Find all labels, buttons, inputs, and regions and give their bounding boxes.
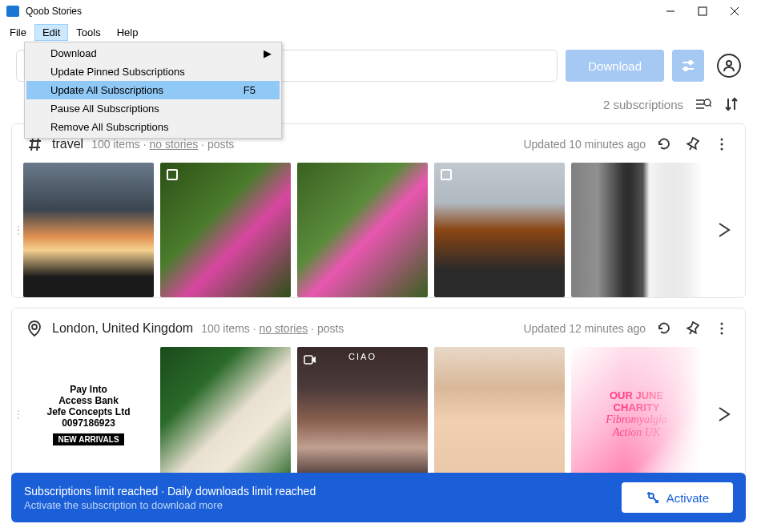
menu-remove-all-label: Remove All Subscriptions bbox=[50, 121, 168, 133]
sort-button[interactable] bbox=[722, 95, 741, 114]
thumbnail[interactable] bbox=[434, 163, 565, 297]
next-arrow-button[interactable] bbox=[708, 405, 740, 424]
content-area: travel 100 items · no stories · posts Up… bbox=[0, 123, 757, 482]
title-bar: Qoob Stories bbox=[0, 0, 757, 22]
subscription-card-london: London, United Kingdom 100 items · no st… bbox=[11, 308, 746, 482]
svg-point-26 bbox=[721, 332, 723, 335]
more-button[interactable] bbox=[711, 134, 732, 155]
card-updated: Updated 10 minutes ago bbox=[523, 138, 646, 151]
menu-update-all[interactable]: Update All Subscriptions F5 bbox=[26, 81, 280, 99]
limit-banner: Subscriptions limit reached · Daily down… bbox=[11, 473, 746, 522]
card-meta: 100 items · no stories · posts bbox=[91, 138, 234, 151]
video-icon bbox=[304, 353, 316, 366]
next-arrow-button[interactable] bbox=[708, 220, 740, 240]
filter-button[interactable] bbox=[693, 95, 712, 114]
menu-update-all-shortcut: F5 bbox=[244, 84, 256, 96]
minimize-button[interactable] bbox=[662, 3, 678, 19]
menu-download[interactable]: Download ▶ bbox=[26, 44, 280, 62]
svg-point-21 bbox=[721, 143, 723, 146]
activate-button[interactable]: Activate bbox=[622, 482, 733, 513]
thumbnails-row: ⋮⋮ bbox=[12, 163, 745, 297]
thumbnail[interactable] bbox=[160, 163, 291, 297]
activate-label: Activate bbox=[666, 491, 709, 505]
svg-point-14 bbox=[704, 99, 711, 106]
menu-download-label: Download bbox=[50, 47, 97, 59]
menu-bar: File Edit Tools Help bbox=[0, 22, 757, 42]
menu-help[interactable]: Help bbox=[109, 24, 147, 41]
activate-icon bbox=[646, 490, 660, 505]
card-meta: 100 items · no stories · posts bbox=[201, 322, 344, 335]
banner-subtitle: Activate the subscription to download mo… bbox=[24, 499, 316, 511]
svg-point-10 bbox=[727, 61, 731, 66]
svg-point-7 bbox=[689, 61, 692, 64]
thumbnail[interactable]: OUR JUNE CHARITY Fibromyalgia Action UK bbox=[571, 347, 702, 482]
card-header: London, United Kingdom 100 items · no st… bbox=[12, 318, 745, 347]
svg-line-19 bbox=[37, 138, 38, 151]
maximize-button[interactable] bbox=[695, 3, 711, 19]
menu-remove-all[interactable]: Remove All Subscriptions bbox=[26, 118, 280, 136]
svg-rect-1 bbox=[699, 7, 707, 15]
menu-pause-all-label: Pause All Subscriptions bbox=[50, 103, 159, 115]
menu-update-pinned-label: Update Pinned Subscriptions bbox=[50, 66, 185, 78]
thumbnail[interactable] bbox=[23, 163, 154, 297]
submenu-arrow-icon: ▶ bbox=[264, 47, 272, 59]
thumbnail[interactable] bbox=[297, 163, 428, 297]
svg-line-15 bbox=[710, 105, 711, 107]
svg-rect-27 bbox=[304, 356, 312, 364]
menu-pause-all[interactable]: Pause All Subscriptions bbox=[26, 99, 280, 118]
menu-edit[interactable]: Edit bbox=[34, 24, 68, 41]
sort-icon bbox=[723, 96, 739, 112]
svg-point-22 bbox=[721, 148, 723, 151]
menu-update-all-label: Update All Subscriptions bbox=[50, 84, 163, 96]
edit-dropdown: Download ▶ Update Pinned Subscriptions U… bbox=[24, 42, 282, 139]
pin-button[interactable] bbox=[683, 318, 703, 339]
app-icon bbox=[6, 6, 19, 17]
card-updated: Updated 12 minutes ago bbox=[523, 322, 646, 335]
svg-point-24 bbox=[721, 323, 723, 325]
sliders-icon bbox=[680, 58, 696, 74]
refresh-button[interactable] bbox=[654, 318, 674, 339]
menu-tools[interactable]: Tools bbox=[68, 24, 108, 41]
svg-point-20 bbox=[721, 139, 723, 141]
account-button[interactable] bbox=[717, 54, 741, 78]
settings-sliders-button[interactable] bbox=[672, 50, 704, 82]
multi-icon bbox=[167, 169, 178, 180]
filter-icon bbox=[694, 95, 711, 113]
svg-point-9 bbox=[684, 67, 687, 71]
refresh-button[interactable] bbox=[654, 134, 674, 155]
svg-line-18 bbox=[31, 138, 33, 151]
thumbnails-row: ⋮⋮ Pay Into Access Bank Jefe Concepts Lt… bbox=[12, 347, 745, 482]
svg-point-25 bbox=[721, 328, 723, 330]
app-title: Qoob Stories bbox=[26, 6, 662, 17]
svg-point-23 bbox=[32, 324, 37, 329]
subscription-card-travel: travel 100 items · no stories · posts Up… bbox=[11, 123, 746, 298]
thumbnail[interactable] bbox=[297, 347, 428, 482]
thumbnail[interactable] bbox=[571, 163, 702, 297]
card-title: London, United Kingdom bbox=[52, 321, 193, 336]
user-icon bbox=[722, 58, 736, 73]
subscriptions-count: 2 subscriptions bbox=[603, 98, 683, 111]
multi-icon bbox=[441, 169, 452, 180]
location-icon bbox=[25, 319, 44, 338]
more-button[interactable] bbox=[711, 318, 732, 339]
menu-file[interactable]: File bbox=[2, 24, 34, 41]
thumbnail[interactable] bbox=[434, 347, 565, 482]
close-button[interactable] bbox=[727, 3, 743, 19]
download-button[interactable]: Download bbox=[566, 50, 664, 82]
card-title: travel bbox=[52, 137, 83, 151]
thumbnail[interactable] bbox=[160, 347, 291, 482]
menu-update-pinned[interactable]: Update Pinned Subscriptions bbox=[26, 62, 280, 81]
thumbnail[interactable]: Pay Into Access Bank Jefe Concepts Ltd 0… bbox=[23, 347, 154, 482]
pin-button[interactable] bbox=[683, 134, 703, 155]
banner-title: Subscriptions limit reached · Daily down… bbox=[24, 485, 316, 498]
